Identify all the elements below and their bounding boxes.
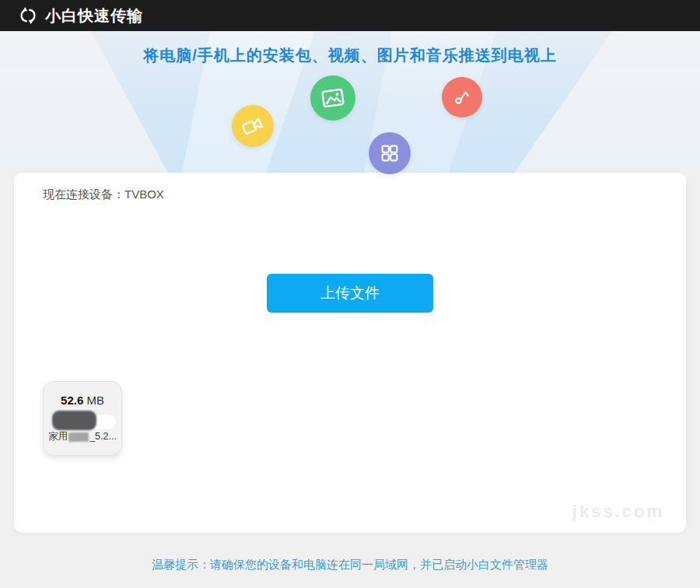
file-name-redacted-part [68, 432, 89, 442]
app-header: 小白快速传输 [0, 0, 700, 31]
watermark: jkss.com [572, 502, 664, 522]
uploaded-file-tile[interactable]: 52.6 MB 家用_5.2... [43, 381, 122, 456]
video-camera-icon [232, 105, 274, 147]
file-size: 52.6 MB [44, 394, 121, 407]
upload-file-button[interactable]: 上传文件 [267, 274, 433, 313]
file-size-value: 52.6 [61, 394, 83, 407]
transfer-panel: 现在连接设备：TVBOX 上传文件 52.6 MB 家用_5.2... jkss… [14, 173, 686, 533]
app-grid-icon [369, 132, 411, 174]
file-name: 家用_5.2... [44, 430, 121, 443]
redaction-blob [52, 411, 96, 430]
footer-tip: 温馨提示：请确保您的设备和电脑连在同一局域网，并已启动小白文件管理器 [0, 558, 700, 572]
file-name-suffix: _5.2... [89, 431, 117, 442]
file-size-unit: MB [86, 394, 104, 407]
app-title: 小白快速传输 [45, 5, 143, 26]
hero-headline: 将电脑/手机上的安装包、视频、图片和音乐推送到电视上 [0, 45, 700, 66]
connected-device-label: 现在连接设备：TVBOX [43, 187, 164, 202]
file-name-prefix: 家用 [48, 431, 68, 442]
picture-icon [310, 75, 355, 121]
sync-transfer-icon [17, 5, 38, 26]
music-note-icon [442, 77, 482, 117]
hero-section: 将电脑/手机上的安装包、视频、图片和音乐推送到电视上 [0, 31, 700, 173]
